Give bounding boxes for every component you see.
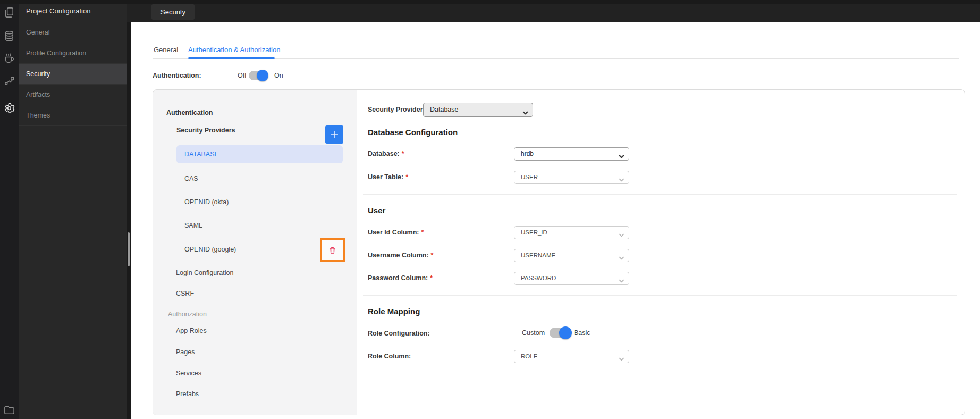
project-config-sidebar: Project Configuration General Profile Co…: [19, 0, 127, 419]
sidebar-item-security[interactable]: Security: [19, 64, 127, 85]
nav-item-login-configuration[interactable]: Login Configuration: [176, 269, 233, 276]
required-marker: *: [419, 229, 424, 236]
required-marker: *: [428, 274, 433, 282]
user-id-column-label: User Id Column:*: [368, 229, 424, 236]
role-configuration-label: Role Configuration:: [368, 330, 430, 337]
user-heading: User: [368, 206, 385, 215]
password-column-value: PASSWORD: [521, 275, 556, 281]
nav-item-pages[interactable]: Pages: [176, 348, 195, 356]
user-id-column-value: USER_ID: [521, 229, 547, 236]
chevron-down-icon: [619, 152, 624, 157]
role-column-select[interactable]: ROLE: [514, 350, 629, 363]
required-marker: *: [429, 252, 434, 259]
sidebar-item-profile-configuration[interactable]: Profile Configuration: [19, 43, 127, 64]
tab-authentication-authorization[interactable]: Authentication & Authorization: [188, 46, 280, 54]
database-value: hrdb: [521, 150, 534, 157]
app-root: Project Configuration General Profile Co…: [0, 0, 980, 419]
chevron-down-icon: [619, 175, 624, 181]
chevron-down-icon: [619, 354, 624, 360]
database-icon[interactable]: [3, 30, 15, 42]
top-tab-security[interactable]: Security: [151, 4, 195, 20]
role-column-value: ROLE: [521, 353, 537, 359]
chevron-down-icon: [619, 230, 624, 236]
security-provider-select[interactable]: Database: [423, 103, 533, 117]
chevron-down-icon: [619, 253, 624, 259]
provider-item-saml[interactable]: SAML: [176, 216, 343, 234]
user-table-select[interactable]: USER: [514, 171, 629, 184]
section-divider: [363, 194, 957, 195]
activity-bar: [0, 0, 19, 419]
sidebar-item-artifacts[interactable]: Artifacts: [19, 85, 127, 105]
java-services-icon[interactable]: [3, 52, 15, 64]
tab-general[interactable]: General: [154, 46, 178, 54]
role-column-label: Role Column:: [368, 353, 411, 360]
required-marker: *: [400, 150, 404, 157]
user-id-column-select[interactable]: USER_ID: [514, 226, 629, 239]
authentication-toggle[interactable]: [249, 71, 267, 80]
password-column-select[interactable]: PASSWORD: [514, 272, 629, 285]
add-provider-button[interactable]: [325, 125, 343, 144]
nav-item-prefabs[interactable]: Prefabs: [176, 390, 199, 398]
user-table-value: USER: [521, 174, 538, 180]
nav-section-authentication: Authentication: [166, 109, 213, 116]
database-configuration-heading: Database Configuration: [368, 128, 458, 137]
provider-item-database[interactable]: DATABASE: [176, 145, 343, 163]
role-configuration-toggle[interactable]: [550, 328, 570, 338]
role-custom-label: Custom: [522, 329, 545, 337]
authentication-on-label: On: [274, 72, 283, 79]
required-marker: *: [403, 173, 408, 181]
apis-icon[interactable]: [3, 74, 15, 87]
database-label: Database:*: [368, 150, 404, 157]
authentication-toggle-knob: [257, 70, 268, 81]
section-divider: [363, 295, 957, 296]
username-column-select[interactable]: USERNAME: [514, 249, 629, 262]
sidebar-gutter: [127, 22, 131, 419]
security-provider-label: Security Provider: [368, 106, 423, 113]
nav-item-services[interactable]: Services: [176, 370, 201, 377]
user-table-label: User Table:*: [368, 173, 408, 181]
sidebar-item-general[interactable]: General: [19, 22, 127, 43]
role-mapping-heading: Role Mapping: [368, 307, 420, 316]
username-column-label: Username Column:*: [368, 252, 433, 259]
pages-icon[interactable]: [3, 6, 15, 19]
security-provider-value: Database: [430, 106, 459, 113]
nav-item-csrf[interactable]: CSRF: [176, 290, 194, 297]
file-explorer-icon[interactable]: [3, 404, 15, 416]
nav-item-app-roles[interactable]: App Roles: [176, 327, 207, 334]
role-configuration-toggle-knob: [559, 326, 572, 339]
authentication-label: Authentication:: [153, 72, 201, 79]
chevron-down-icon: [522, 107, 528, 113]
trash-icon: [328, 245, 337, 255]
authentication-off-label: Off: [238, 72, 246, 79]
password-column-label: Password Column:*: [368, 274, 433, 282]
provider-item-openid-okta[interactable]: OPENID (okta): [176, 193, 343, 211]
role-basic-label: Basic: [574, 329, 590, 337]
provider-item-cas[interactable]: CAS: [176, 170, 343, 188]
settings-gear-icon[interactable]: [3, 102, 15, 114]
sidebar-scrollbar[interactable]: [128, 232, 130, 266]
database-select[interactable]: hrdb: [514, 147, 629, 161]
active-tab-underline: [188, 57, 275, 59]
chevron-down-icon: [619, 276, 624, 282]
sidebar-item-themes[interactable]: Themes: [19, 105, 127, 126]
username-column-value: USERNAME: [521, 252, 555, 258]
window-top-strip: [0, 0, 980, 4]
provider-item-openid-google[interactable]: OPENID (google): [176, 240, 343, 258]
security-providers-header: Security Providers: [176, 127, 235, 134]
nav-section-authorization: Authorization: [168, 311, 207, 318]
delete-provider-button-highlighted[interactable]: [320, 238, 345, 262]
